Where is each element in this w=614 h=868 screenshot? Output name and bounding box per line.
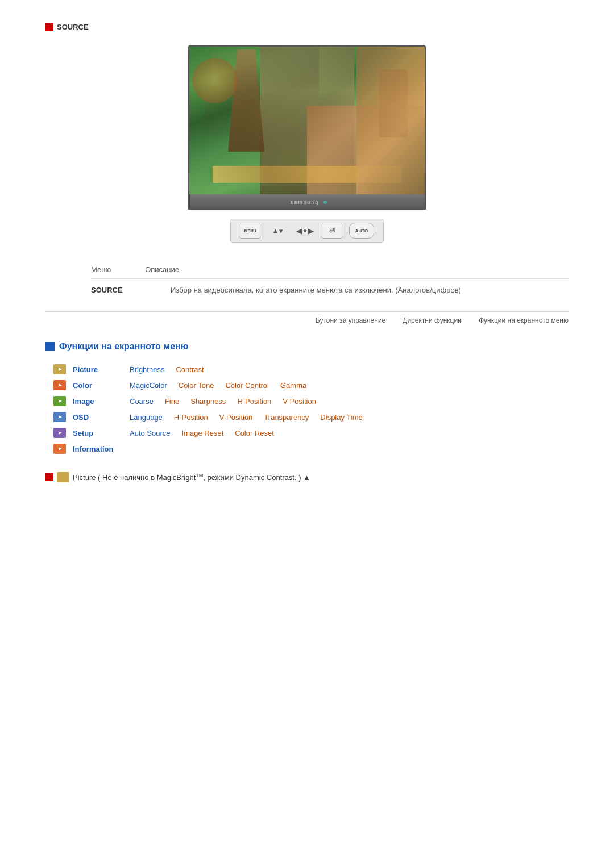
controls-bar: MENU ▲▾ ◀✦▶ ⏎ AUTO xyxy=(230,219,384,243)
osd-section-icon xyxy=(45,342,55,351)
osd-icon-cell: ▶ xyxy=(51,411,68,423)
osd-header: Функции на екранното меню xyxy=(45,341,569,352)
picture-icon: ▶ xyxy=(53,364,66,374)
color-subitem-colortone[interactable]: Color Tone xyxy=(179,381,214,390)
info-icon: ▶ xyxy=(53,444,66,454)
picture-icon-cell: ▶ xyxy=(51,363,68,375)
menu-row-setup: ▶ Setup Auto Source Image Reset Color Re… xyxy=(51,427,569,439)
tab-osd-functions[interactable]: Функции на екранното меню xyxy=(479,316,569,324)
setup-subitem-autosource[interactable]: Auto Source xyxy=(130,429,171,437)
osd-section: Функции на екранното меню ▶ Picture Brig… xyxy=(45,341,569,455)
table-section: Меню Описание SOURCE Избор на видеосигна… xyxy=(91,265,569,294)
footer-text: Picture ( Не е налично в MagicBrightTM, … xyxy=(73,473,310,482)
menu-row-picture: ▶ Picture Brightness Contrast xyxy=(51,363,569,375)
color-icon-cell: ▶ xyxy=(51,379,68,391)
monitor-led xyxy=(323,201,327,204)
adjust-button[interactable]: ◀✦▶ xyxy=(294,223,315,239)
table-row: SOURCE Избор на видеосигнала, когато екр… xyxy=(91,286,569,294)
setup-icon: ▶ xyxy=(53,428,66,438)
menu-name-setup[interactable]: Setup xyxy=(73,429,130,437)
menu-row-osd: ▶ OSD Language H-Position V-Position Tra… xyxy=(51,411,569,423)
tab-control-buttons[interactable]: Бутони за управление xyxy=(316,316,385,324)
picture-subitem-brightness[interactable]: Brightness xyxy=(130,365,164,374)
color-subitem-colorcontrol[interactable]: Color Control xyxy=(225,381,269,390)
monitor-frame: samsung xyxy=(188,45,426,210)
menu-name-image[interactable]: Image xyxy=(73,397,130,406)
auto-button[interactable]: AUTO xyxy=(349,223,374,239)
image-icon: ▶ xyxy=(53,396,66,406)
osd-subitem-transparency[interactable]: Transparency xyxy=(264,413,309,422)
table-menu-source: SOURCE xyxy=(91,286,136,294)
source-header: SOURCE xyxy=(45,23,569,31)
monitor-bottom: samsung xyxy=(189,194,426,210)
menu-row-image: ▶ Image Coarse Fine Sharpness H-Position… xyxy=(51,395,569,407)
footer-note: Picture ( Не е налично в MagicBrightTM, … xyxy=(45,472,569,482)
menu-row-color: ▶ Color MagicColor Color Tone Color Cont… xyxy=(51,379,569,391)
picture-subitem-contrast[interactable]: Contrast xyxy=(176,365,204,374)
setup-subitem-colorreset[interactable]: Color Reset xyxy=(235,429,274,437)
table-header: Меню Описание xyxy=(91,265,569,279)
osd-menu-icon: ▶ xyxy=(53,412,66,422)
menu-name-color[interactable]: Color xyxy=(73,381,130,390)
table-desc-source: Избор на видеосигнала, когато екранните … xyxy=(171,286,461,294)
osd-subitem-language[interactable]: Language xyxy=(130,413,163,422)
setup-icon-cell: ▶ xyxy=(51,427,68,439)
enter-button[interactable]: ⏎ xyxy=(322,223,342,239)
menu-name-osd[interactable]: OSD xyxy=(73,413,130,422)
footer-source-icon xyxy=(45,473,53,481)
table-col-desc: Описание xyxy=(145,265,179,274)
source-label: SOURCE xyxy=(57,23,89,31)
image-subitem-hposition[interactable]: H-Position xyxy=(237,397,271,406)
brightness-button[interactable]: ▲▾ xyxy=(267,223,288,239)
footer-picture-icon xyxy=(57,472,69,482)
menu-button[interactable]: MENU xyxy=(240,223,260,239)
image-icon-cell: ▶ xyxy=(51,395,68,407)
source-icon xyxy=(45,23,53,31)
image-subitem-vposition[interactable]: V-Position xyxy=(283,397,316,406)
menu-name-picture[interactable]: Picture xyxy=(73,365,130,374)
table-col-menu: Меню xyxy=(91,265,111,274)
menu-name-information[interactable]: Information xyxy=(73,445,130,453)
osd-subitem-displaytime[interactable]: Display Time xyxy=(320,413,362,422)
osd-title: Функции на екранното меню xyxy=(59,341,188,352)
menu-row-information: ▶ Information xyxy=(51,443,569,455)
menu-grid: ▶ Picture Brightness Contrast ▶ Color Ma… xyxy=(51,363,569,455)
osd-subitem-vposition[interactable]: V-Position xyxy=(219,413,253,422)
info-icon-cell: ▶ xyxy=(51,443,68,455)
tab-direct-functions[interactable]: Директни функции xyxy=(403,316,462,324)
osd-subitem-hposition[interactable]: H-Position xyxy=(174,413,208,422)
monitor-container: samsung MENU ▲▾ ◀✦▶ ⏎ AUTO xyxy=(45,45,569,243)
color-icon: ▶ xyxy=(53,380,66,390)
image-subitem-fine[interactable]: Fine xyxy=(165,397,179,406)
nav-tabs: Бутони за управление Директни функции Фу… xyxy=(45,311,569,324)
color-subitem-magiccolor[interactable]: MagicColor xyxy=(130,381,167,390)
monitor-brand: samsung xyxy=(291,199,320,205)
image-subitem-coarse[interactable]: Coarse xyxy=(130,397,154,406)
setup-subitem-imagereset[interactable]: Image Reset xyxy=(182,429,224,437)
image-subitem-sharpness[interactable]: Sharpness xyxy=(190,397,226,406)
monitor-screen xyxy=(189,47,425,194)
color-subitem-gamma[interactable]: Gamma xyxy=(280,381,306,390)
